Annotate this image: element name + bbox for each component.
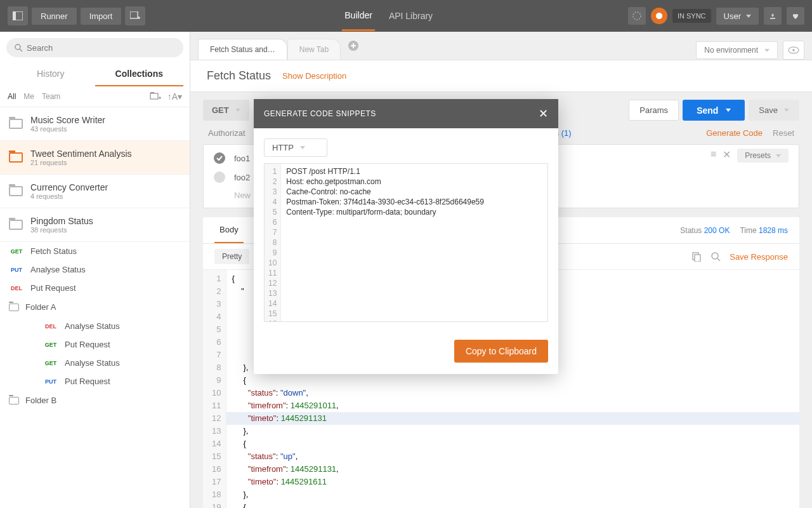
code-snippet[interactable]: 1234567891011121314151617 POST /post HTT… bbox=[264, 163, 548, 322]
modal-title: GENERATE CODE SNIPPETS bbox=[264, 109, 376, 118]
close-icon[interactable]: ✕ bbox=[539, 107, 549, 121]
copy-to-clipboard-button[interactable]: Copy to Clipboard bbox=[454, 340, 548, 363]
language-label: HTTP bbox=[272, 143, 294, 152]
chevron-down-icon bbox=[300, 146, 305, 149]
modal-overlay: GENERATE CODE SNIPPETS ✕ HTTP 1234567891… bbox=[0, 0, 812, 508]
language-selector[interactable]: HTTP bbox=[264, 138, 327, 157]
generate-code-modal: GENERATE CODE SNIPPETS ✕ HTTP 1234567891… bbox=[254, 99, 558, 374]
